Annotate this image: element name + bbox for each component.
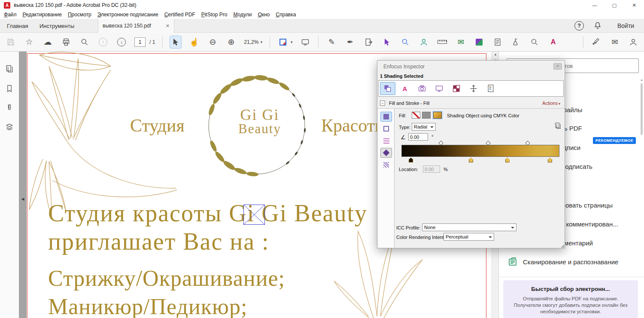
- tab-home[interactable]: Главная: [3, 19, 31, 33]
- page-thumbnails-panel-button[interactable]: [3, 63, 15, 75]
- maximize-button[interactable]: ▢: [605, 0, 624, 10]
- esign-promo-card[interactable]: Быстрый сбор электронн... Отправляйте фа…: [503, 280, 638, 318]
- shading-type-select[interactable]: Radial: [412, 123, 436, 131]
- font-tool-button[interactable]: A: [547, 36, 559, 48]
- text-tab[interactable]: A: [397, 82, 413, 95]
- scroll-up-icon[interactable]: ▲: [640, 78, 644, 81]
- pitstop-edit-tool-button[interactable]: [381, 36, 392, 48]
- print-button[interactable]: [61, 36, 72, 48]
- page-boxes-tab[interactable]: [483, 82, 498, 95]
- enfocus-inspector-dialog[interactable]: Enfocus Inspector ✕ 1 Shading Selected A…: [377, 60, 565, 248]
- fill-stroke-tab[interactable]: [380, 82, 395, 95]
- collapse-section-button[interactable]: −: [380, 101, 385, 106]
- close-button[interactable]: ✕: [624, 0, 644, 10]
- help-icon[interactable]: ?: [574, 21, 584, 31]
- stroke-only-button[interactable]: [380, 124, 392, 134]
- gradient-stop-handle[interactable]: [469, 158, 473, 162]
- star-favorites-button[interactable]: ☆: [24, 36, 35, 48]
- location-input[interactable]: 0.00: [423, 165, 440, 173]
- image-tab[interactable]: [414, 82, 430, 95]
- zoom-out-button[interactable]: ⊖: [207, 36, 218, 48]
- menu-view[interactable]: Просмотр: [65, 11, 94, 18]
- prepress-tab[interactable]: [449, 82, 464, 95]
- tab-document[interactable]: вывеска 120 150.pdf ✕: [98, 19, 174, 33]
- shading-swatch-selected[interactable]: [433, 112, 442, 119]
- preflight-search-button[interactable]: [529, 36, 540, 48]
- highlight-tool-button[interactable]: ✎: [326, 36, 337, 48]
- select-tool-button[interactable]: [170, 36, 181, 48]
- menu-help[interactable]: Справка: [273, 11, 299, 18]
- menu-pitstop-pro[interactable]: PitStop Pro: [198, 11, 231, 18]
- selection-marquee[interactable]: [243, 205, 265, 225]
- dialog-close-button[interactable]: ✕: [553, 63, 562, 70]
- actions-menu-button[interactable]: Actions: [542, 101, 560, 106]
- pitstop-inspect-frame-button[interactable]: [400, 36, 411, 48]
- notifications-bell-icon[interactable]: [593, 21, 602, 31]
- panel-scrollbar[interactable]: ▲: [640, 78, 644, 317]
- gradient-stop-handle[interactable]: [409, 158, 413, 162]
- minimize-button[interactable]: —: [585, 0, 605, 10]
- sign-tool-button[interactable]: ✒: [344, 36, 355, 48]
- hand-tool-button[interactable]: ☝: [188, 36, 200, 48]
- menu-edit[interactable]: Редактирование: [20, 11, 65, 18]
- page-number-input[interactable]: [134, 37, 146, 47]
- scrollbar-thumb[interactable]: [641, 83, 643, 135]
- gradient-stop-handle[interactable]: [548, 158, 552, 162]
- page-count-label: / 1: [149, 39, 155, 45]
- icc-profile-select[interactable]: None: [422, 223, 516, 231]
- next-page-button[interactable]: ↓: [116, 36, 127, 48]
- close-tab-icon[interactable]: ✕: [166, 23, 170, 29]
- radial-shading-button[interactable]: [380, 148, 392, 158]
- angle-input[interactable]: 0.00: [408, 133, 428, 141]
- menu-file[interactable]: Файл: [1, 11, 20, 18]
- share-by-email-button[interactable]: ✉: [609, 36, 620, 48]
- zoom-in-button[interactable]: ⊕: [225, 36, 237, 48]
- marquee-zoom-button[interactable]: [79, 36, 90, 48]
- menu-plugins[interactable]: Модули: [230, 11, 255, 18]
- flask-icon: [512, 38, 520, 46]
- rendering-intent-select[interactable]: Perceptual: [444, 233, 494, 241]
- menu-esign[interactable]: Электронное подписание: [94, 11, 161, 18]
- solid-color-swatch[interactable]: [422, 112, 431, 119]
- sign-in-button[interactable]: Войти: [613, 19, 638, 33]
- presentation-mode-button[interactable]: [300, 36, 311, 48]
- gradient-editor[interactable]: [401, 141, 559, 162]
- previous-page-button[interactable]: ↑: [97, 36, 109, 48]
- scroll-up-icon[interactable]: ▲: [492, 52, 499, 56]
- solid-fill-button[interactable]: [380, 112, 392, 122]
- open-copy-icon[interactable]: [554, 122, 562, 129]
- measure-tab[interactable]: [466, 82, 481, 95]
- arrow-up-icon: ↑: [99, 38, 107, 46]
- pitstop-certify-user-button[interactable]: [418, 36, 429, 48]
- gradient-preview-bar[interactable]: [401, 145, 559, 157]
- menu-window[interactable]: Окно: [255, 11, 273, 18]
- tool-item-scan-ocr[interactable]: Сканирование и распознавание: [507, 254, 618, 269]
- layers-panel-button[interactable]: [3, 121, 15, 133]
- pitstop-action-list-button[interactable]: [474, 36, 485, 48]
- save-button[interactable]: [5, 36, 16, 48]
- menu-certified-pdf[interactable]: Certified PDF: [161, 11, 198, 18]
- pattern-fill-button[interactable]: [380, 160, 392, 170]
- screen-tab[interactable]: [431, 82, 447, 95]
- pitstop-actions-flask-button[interactable]: [510, 36, 522, 48]
- measure-tool-button[interactable]: [437, 36, 448, 48]
- attachments-panel-button[interactable]: [3, 101, 15, 113]
- gradient-stop-handle[interactable]: [505, 158, 510, 162]
- pitstop-select-objects-button[interactable]: [277, 36, 289, 48]
- export-pdf-button[interactable]: [363, 36, 374, 48]
- tab-tools[interactable]: Инструменты: [36, 19, 78, 33]
- fill-sign-pen-button[interactable]: [591, 36, 602, 48]
- share-cloud-button[interactable]: ☁: [42, 36, 53, 48]
- zoom-level-select[interactable]: 21,2% ▾: [244, 39, 262, 45]
- no-fill-swatch[interactable]: [412, 112, 420, 119]
- account-button[interactable]: [628, 36, 639, 48]
- send-mail-tool-button[interactable]: ✉: [455, 36, 466, 48]
- doc-heading-line2: приглашает Вас на :: [48, 228, 270, 255]
- bookmarks-panel-button[interactable]: [3, 83, 15, 95]
- axial-shading-button[interactable]: [380, 136, 392, 146]
- collapse-panel-button[interactable]: ◀: [20, 193, 26, 205]
- chevron-down-icon[interactable]: ▾: [291, 40, 293, 44]
- edit-page-content-button[interactable]: [492, 36, 503, 48]
- resize-grip-icon[interactable]: ◢: [561, 243, 564, 248]
- cloud-upload-icon: ☁: [44, 37, 52, 47]
